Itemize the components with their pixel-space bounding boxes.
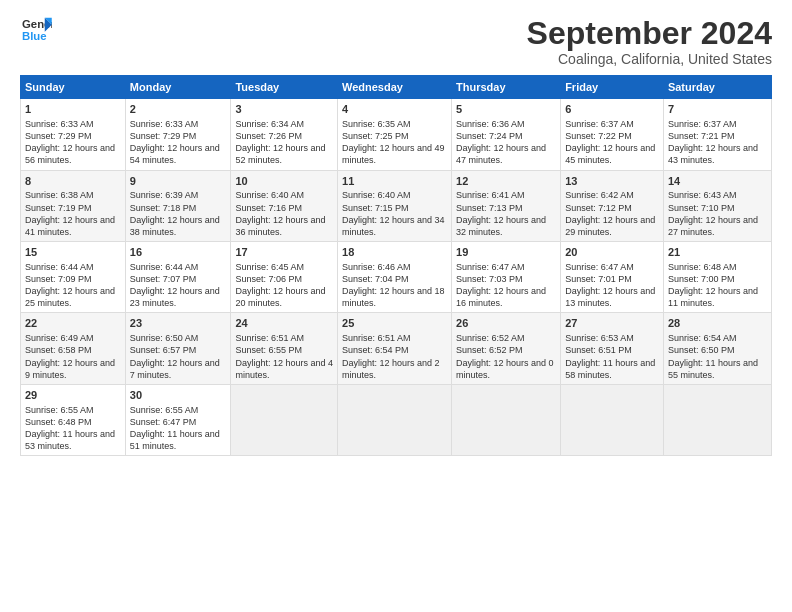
table-row: 22Sunrise: 6:49 AMSunset: 6:58 PMDayligh… [21, 313, 772, 384]
day-number: 29 [25, 388, 121, 403]
day-number: 30 [130, 388, 227, 403]
day-number: 15 [25, 245, 121, 260]
col-tuesday: Tuesday [231, 76, 338, 99]
day-number: 27 [565, 316, 659, 331]
calendar-cell: 8Sunrise: 6:38 AMSunset: 7:19 PMDaylight… [21, 170, 126, 241]
day-number: 9 [130, 174, 227, 189]
col-saturday: Saturday [663, 76, 771, 99]
calendar-cell: 20Sunrise: 6:47 AMSunset: 7:01 PMDayligh… [561, 242, 664, 313]
calendar-cell: 30Sunrise: 6:55 AMSunset: 6:47 PMDayligh… [125, 384, 231, 455]
calendar-cell: 29Sunrise: 6:55 AMSunset: 6:48 PMDayligh… [21, 384, 126, 455]
col-wednesday: Wednesday [338, 76, 452, 99]
col-friday: Friday [561, 76, 664, 99]
calendar-cell: 4Sunrise: 6:35 AMSunset: 7:25 PMDaylight… [338, 99, 452, 170]
title-block: September 2024 Coalinga, California, Uni… [527, 16, 772, 67]
calendar-cell: 22Sunrise: 6:49 AMSunset: 6:58 PMDayligh… [21, 313, 126, 384]
header-row: Sunday Monday Tuesday Wednesday Thursday… [21, 76, 772, 99]
calendar-cell: 10Sunrise: 6:40 AMSunset: 7:16 PMDayligh… [231, 170, 338, 241]
table-row: 8Sunrise: 6:38 AMSunset: 7:19 PMDaylight… [21, 170, 772, 241]
logo-icon: General Blue [20, 16, 52, 44]
calendar-cell: 6Sunrise: 6:37 AMSunset: 7:22 PMDaylight… [561, 99, 664, 170]
calendar-cell: 11Sunrise: 6:40 AMSunset: 7:15 PMDayligh… [338, 170, 452, 241]
calendar-cell: 25Sunrise: 6:51 AMSunset: 6:54 PMDayligh… [338, 313, 452, 384]
calendar-cell [663, 384, 771, 455]
main-title: September 2024 [527, 16, 772, 51]
calendar-cell: 18Sunrise: 6:46 AMSunset: 7:04 PMDayligh… [338, 242, 452, 313]
day-number: 11 [342, 174, 447, 189]
day-number: 28 [668, 316, 767, 331]
day-number: 14 [668, 174, 767, 189]
day-number: 26 [456, 316, 556, 331]
col-sunday: Sunday [21, 76, 126, 99]
calendar-cell: 27Sunrise: 6:53 AMSunset: 6:51 PMDayligh… [561, 313, 664, 384]
calendar-cell: 9Sunrise: 6:39 AMSunset: 7:18 PMDaylight… [125, 170, 231, 241]
calendar-cell: 5Sunrise: 6:36 AMSunset: 7:24 PMDaylight… [452, 99, 561, 170]
calendar-cell: 7Sunrise: 6:37 AMSunset: 7:21 PMDaylight… [663, 99, 771, 170]
day-number: 12 [456, 174, 556, 189]
day-number: 23 [130, 316, 227, 331]
calendar-cell: 3Sunrise: 6:34 AMSunset: 7:26 PMDaylight… [231, 99, 338, 170]
day-number: 19 [456, 245, 556, 260]
day-number: 2 [130, 102, 227, 117]
calendar-cell [338, 384, 452, 455]
calendar-cell: 19Sunrise: 6:47 AMSunset: 7:03 PMDayligh… [452, 242, 561, 313]
day-number: 8 [25, 174, 121, 189]
col-thursday: Thursday [452, 76, 561, 99]
page: General Blue September 2024 Coalinga, Ca… [0, 0, 792, 612]
calendar-cell: 23Sunrise: 6:50 AMSunset: 6:57 PMDayligh… [125, 313, 231, 384]
table-row: 15Sunrise: 6:44 AMSunset: 7:09 PMDayligh… [21, 242, 772, 313]
day-number: 3 [235, 102, 333, 117]
day-number: 5 [456, 102, 556, 117]
calendar-cell [452, 384, 561, 455]
day-number: 4 [342, 102, 447, 117]
day-number: 22 [25, 316, 121, 331]
calendar-cell: 17Sunrise: 6:45 AMSunset: 7:06 PMDayligh… [231, 242, 338, 313]
day-number: 10 [235, 174, 333, 189]
svg-text:Blue: Blue [22, 30, 47, 42]
day-number: 24 [235, 316, 333, 331]
calendar-cell: 2Sunrise: 6:33 AMSunset: 7:29 PMDaylight… [125, 99, 231, 170]
day-number: 6 [565, 102, 659, 117]
calendar-cell: 1Sunrise: 6:33 AMSunset: 7:29 PMDaylight… [21, 99, 126, 170]
calendar-cell: 14Sunrise: 6:43 AMSunset: 7:10 PMDayligh… [663, 170, 771, 241]
calendar-cell [561, 384, 664, 455]
calendar-cell: 16Sunrise: 6:44 AMSunset: 7:07 PMDayligh… [125, 242, 231, 313]
calendar-cell: 26Sunrise: 6:52 AMSunset: 6:52 PMDayligh… [452, 313, 561, 384]
calendar-cell [231, 384, 338, 455]
calendar-cell: 28Sunrise: 6:54 AMSunset: 6:50 PMDayligh… [663, 313, 771, 384]
calendar-cell: 13Sunrise: 6:42 AMSunset: 7:12 PMDayligh… [561, 170, 664, 241]
col-monday: Monday [125, 76, 231, 99]
calendar-cell: 24Sunrise: 6:51 AMSunset: 6:55 PMDayligh… [231, 313, 338, 384]
day-number: 16 [130, 245, 227, 260]
day-number: 18 [342, 245, 447, 260]
calendar-table: Sunday Monday Tuesday Wednesday Thursday… [20, 75, 772, 456]
day-number: 25 [342, 316, 447, 331]
day-number: 21 [668, 245, 767, 260]
subtitle: Coalinga, California, United States [527, 51, 772, 67]
calendar-cell: 12Sunrise: 6:41 AMSunset: 7:13 PMDayligh… [452, 170, 561, 241]
table-row: 1Sunrise: 6:33 AMSunset: 7:29 PMDaylight… [21, 99, 772, 170]
table-row: 29Sunrise: 6:55 AMSunset: 6:48 PMDayligh… [21, 384, 772, 455]
day-number: 20 [565, 245, 659, 260]
calendar-cell: 15Sunrise: 6:44 AMSunset: 7:09 PMDayligh… [21, 242, 126, 313]
day-number: 13 [565, 174, 659, 189]
day-number: 1 [25, 102, 121, 117]
logo: General Blue [20, 16, 52, 44]
day-number: 17 [235, 245, 333, 260]
calendar-cell: 21Sunrise: 6:48 AMSunset: 7:00 PMDayligh… [663, 242, 771, 313]
day-number: 7 [668, 102, 767, 117]
header: General Blue September 2024 Coalinga, Ca… [20, 16, 772, 67]
